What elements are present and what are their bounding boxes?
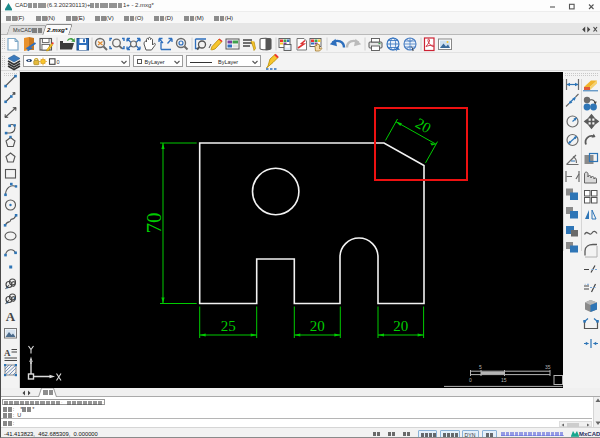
svg-text:A: A bbox=[4, 348, 11, 358]
svg-text:25: 25 bbox=[221, 318, 236, 334]
svg-text:20: 20 bbox=[393, 318, 408, 334]
svg-text:70: 70 bbox=[142, 213, 166, 234]
svg-text:5: 5 bbox=[479, 364, 482, 370]
svg-text:35: 35 bbox=[545, 364, 551, 370]
svg-text:15: 15 bbox=[501, 377, 507, 383]
svg-text:A: A bbox=[6, 309, 16, 324]
svg-text:20: 20 bbox=[310, 318, 325, 334]
svg-text:0: 0 bbox=[469, 377, 472, 383]
